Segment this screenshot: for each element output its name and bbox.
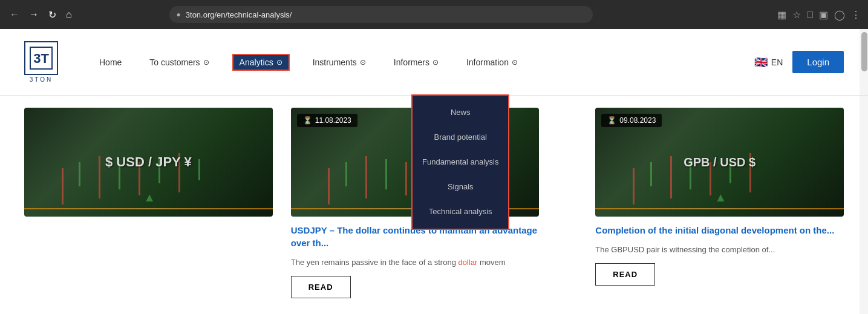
chart-image-0: ▲ $ USD / JPY ¥	[24, 108, 273, 217]
dropdown-item-news[interactable]: News	[413, 100, 508, 125]
nav-instruments[interactable]: Instruments ⊙	[308, 55, 371, 70]
article-card-2: ⏳ 09.08.2023 ▲ GPB / USD $	[595, 108, 844, 286]
dropdown-item-fundamental-analysis[interactable]: Fundamental analysis	[413, 150, 508, 175]
site-info-icon: ●	[177, 10, 181, 19]
nav-home[interactable]: Home	[94, 55, 126, 70]
nav-informers[interactable]: Informers ⊙	[389, 55, 443, 70]
dropdown-item-brand-potential[interactable]: Brand potential	[413, 125, 508, 150]
nav-refresh-button[interactable]: ↻	[46, 7, 59, 23]
nav-forward-button[interactable]: →	[27, 7, 41, 22]
read-button-2[interactable]: READ	[595, 263, 655, 286]
dropdown-item-technical-analysis[interactable]: Technical analysis	[413, 200, 508, 224]
flag-icon: 🇬🇧	[754, 56, 768, 69]
article-title-2: Completion of the initial diagonal devel…	[595, 224, 844, 237]
article-excerpt-2: The GBPUSD pair is witnessing the comple…	[595, 244, 844, 256]
translate-icon[interactable]: ▦	[777, 9, 786, 21]
read-button-1[interactable]: READ	[291, 276, 351, 298]
logo-text: 3TON	[30, 76, 53, 83]
chart-overlay-text-2: GPB / USD $	[684, 155, 755, 169]
logo-icon: 3T	[24, 41, 58, 75]
nav-back-button[interactable]: ←	[7, 7, 22, 22]
article-excerpt-1: The yen remains passive in the face of a…	[291, 257, 540, 269]
site-header: 3T 3TON Home To customers ⊙ Analytics ⊙ …	[0, 29, 868, 96]
address-bar[interactable]: ● 3ton.org/en/technical-analysis/	[169, 6, 593, 23]
nav-actions: 🇬🇧 EN Login	[754, 51, 844, 73]
url-text: 3ton.org/en/technical-analysis/	[186, 10, 292, 19]
language-selector[interactable]: 🇬🇧 EN	[754, 56, 783, 69]
profile-icon[interactable]: ◯	[834, 9, 845, 21]
nav-to-customers[interactable]: To customers ⊙	[145, 55, 214, 70]
site-content: 3T 3TON Home To customers ⊙ Analytics ⊙ …	[0, 29, 868, 314]
extensions-icon[interactable]: □	[807, 9, 813, 20]
chevron-information-icon: ⊙	[512, 58, 518, 67]
login-button[interactable]: Login	[792, 51, 844, 73]
nav-analytics[interactable]: Analytics ⊙	[232, 54, 290, 71]
split-view-icon[interactable]: ▣	[819, 9, 828, 21]
browser-toolbar: ← → ↻ ⌂ ● 3ton.org/en/technical-analysis…	[0, 0, 868, 29]
chart-overlay-text-0: $ USD / JPY ¥	[105, 154, 192, 170]
article-card-0: ▲ $ USD / JPY ¥	[24, 108, 273, 217]
browser-actions: ▦ ☆ □ ▣ ◯ ⋮	[777, 9, 861, 21]
lang-label: EN	[771, 57, 783, 67]
more-menu-icon[interactable]: ⋮	[851, 9, 861, 21]
chevron-instruments-icon: ⊙	[360, 58, 366, 67]
site-logo[interactable]: 3T 3TON	[24, 41, 58, 83]
nav-home-button[interactable]: ⌂	[64, 7, 74, 22]
chevron-analytics-icon: ⊙	[276, 58, 282, 67]
nav-information[interactable]: Information ⊙	[462, 55, 523, 70]
bookmark-icon[interactable]: ☆	[792, 9, 801, 21]
analytics-dropdown: News Brand potential Fundamental analysi…	[411, 94, 509, 230]
chevron-informers-icon: ⊙	[432, 58, 439, 67]
chevron-customers-icon: ⊙	[203, 58, 209, 67]
dropdown-item-signals[interactable]: Signals	[413, 175, 508, 200]
chart-image-2: ⏳ 09.08.2023 ▲ GPB / USD $	[595, 108, 844, 217]
svg-text:3T: 3T	[33, 51, 49, 66]
main-nav: Home To customers ⊙ Analytics ⊙ Instrume…	[94, 54, 754, 71]
